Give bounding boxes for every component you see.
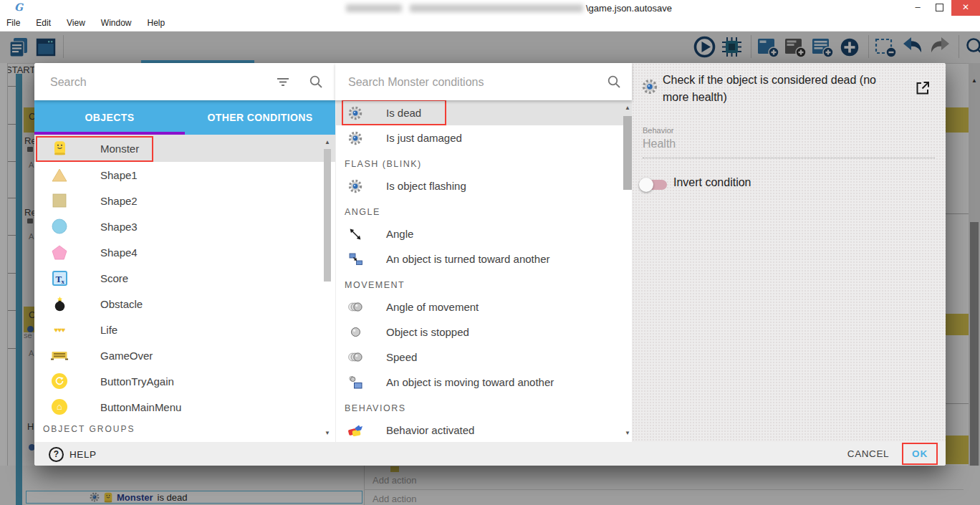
object-label: Score — [100, 272, 128, 284]
condition-details-panel: Check if the object is considered dead (… — [632, 63, 946, 442]
maximize-button[interactable] — [928, 0, 950, 16]
menu-view[interactable]: View — [59, 16, 93, 31]
triangle-icon — [50, 166, 69, 183]
condition-description: Check if the object is considered dead (… — [663, 72, 900, 106]
object-label: ButtonTryAgain — [100, 375, 174, 388]
condition-item-is-object-flashing[interactable]: Is object flashing — [336, 173, 633, 198]
maximize-icon — [936, 4, 943, 11]
objects-search-card — [34, 63, 335, 100]
help-icon: ? — [49, 447, 64, 462]
condition-item-an-object-is-turned-toward-another[interactable]: An object is turned toward another — [336, 246, 633, 271]
object-label: Shape3 — [100, 221, 138, 233]
condition-item-object-is-stopped[interactable]: Object is stopped — [336, 319, 633, 345]
condition-item-is-just-damaged[interactable]: Is just damaged — [336, 125, 633, 150]
ok-button[interactable]: OK — [902, 443, 938, 465]
tab-other-conditions[interactable]: OTHER CONDITIONS — [185, 100, 335, 135]
condition-item-behavior-activated[interactable]: Behavior activated — [336, 418, 633, 442]
object-item-shape1[interactable]: Shape1 — [34, 162, 335, 188]
cancel-button[interactable]: CANCEL — [840, 442, 897, 466]
tab-objects[interactable]: OBJECTS — [34, 100, 185, 135]
banner-icon — [50, 347, 69, 364]
health-gear-icon — [346, 178, 365, 195]
object-item-obstacle[interactable]: Obstacle — [34, 291, 335, 317]
condition-item-an-object-is-moving-toward-another[interactable]: An object is moving toward another — [336, 370, 633, 395]
close-button[interactable]: ✕ — [951, 0, 980, 16]
condition-group-header: MOVEMENT — [336, 271, 633, 294]
text-object-icon: Tx — [50, 269, 69, 287]
objects-list: MonsterShape1Shape2Shape3Shape4TxScoreOb… — [34, 135, 335, 442]
object-item-gameover[interactable]: GameOver — [34, 342, 335, 368]
health-gear-icon — [346, 130, 365, 147]
health-gear-icon — [642, 79, 658, 95]
object-item-shape4[interactable]: Shape4 — [34, 239, 335, 265]
scroll-down-arrow-icon[interactable]: ▼ — [623, 428, 633, 438]
behavior-icon — [346, 422, 365, 439]
object-item-shape3[interactable]: Shape3 — [34, 213, 335, 239]
menu-bar: FileEditViewWindowHelp — [0, 16, 980, 32]
left-panel-tabbar: OBJECTS OTHER CONDITIONS — [34, 100, 335, 135]
condition-label: Is just damaged — [386, 132, 462, 144]
objects-search-input[interactable] — [49, 72, 259, 93]
help-label: HELP — [69, 449, 97, 460]
menu-help[interactable]: Help — [140, 16, 173, 31]
behavior-field-label: Behavior — [643, 126, 673, 135]
window-title: \game.json.autosave — [586, 3, 672, 14]
object-label: Obstacle — [100, 298, 143, 310]
help-button[interactable]: ? HELP — [49, 446, 97, 463]
redacted-title-segment — [410, 4, 583, 12]
scroll-up-arrow-icon[interactable]: ▲ — [322, 138, 332, 148]
object-groups-header: OBJECT GROUPS — [34, 420, 335, 438]
object-item-buttontryagain[interactable]: ButtonTryAgain — [34, 368, 335, 394]
condition-item-speed[interactable]: Speed — [336, 345, 633, 370]
scrollbar-thumb[interactable] — [623, 116, 632, 190]
conditions-search-input[interactable] — [347, 72, 586, 93]
object-label: Monster — [100, 143, 139, 155]
object-label: Life — [100, 324, 117, 336]
condition-label: Angle of movement — [386, 301, 479, 313]
home-button-icon: ⌂ — [50, 398, 69, 415]
scroll-down-arrow-icon[interactable]: ▼ — [322, 428, 332, 438]
condition-item-angle-of-movement[interactable]: Angle of movement — [336, 294, 633, 319]
invert-condition-toggle[interactable] — [641, 180, 667, 190]
condition-group-header: FLASH (BLINK) — [336, 150, 633, 173]
menu-window[interactable]: Window — [93, 16, 140, 31]
svg-text:x: x — [61, 277, 64, 284]
object-label: ButtonMainMenu — [100, 401, 181, 413]
dialog-footer: ? HELP CANCEL OK — [34, 442, 946, 466]
scroll-up-arrow-icon[interactable]: ▲ — [623, 103, 633, 113]
condition-item-angle[interactable]: Angle — [336, 221, 633, 246]
object-label: Shape1 — [100, 169, 138, 181]
pentagon-icon — [50, 244, 69, 261]
open-in-new-icon[interactable] — [915, 80, 931, 96]
circle-icon — [50, 218, 69, 235]
object-item-shape2[interactable]: Shape2 — [34, 188, 335, 213]
search-icon[interactable] — [308, 74, 324, 90]
condition-editor-dialog: OBJECTS OTHER CONDITIONS MonsterShape1Sh… — [34, 63, 946, 466]
object-item-score[interactable]: TxScore — [34, 265, 335, 291]
square-icon — [50, 192, 69, 209]
condition-label: Angle — [386, 228, 413, 240]
condition-group-header: ANGLE — [336, 198, 633, 221]
behavior-field-value[interactable]: Health — [643, 138, 935, 158]
filter-icon[interactable] — [275, 74, 291, 90]
main-content: START CReAReAOseAH ▲ ▼ Add action Add ac… — [0, 31, 980, 505]
angle-icon — [346, 226, 365, 243]
hearts-icon: ♥♥♥ — [50, 321, 69, 338]
minimize-button[interactable]: – — [907, 0, 928, 16]
menu-file[interactable]: File — [0, 16, 28, 31]
turned-toward-icon — [346, 251, 365, 268]
condition-group-header: BEHAVIORS — [336, 395, 633, 418]
condition-label: Object is stopped — [386, 326, 469, 338]
scrollbar-thumb[interactable] — [324, 149, 331, 282]
search-icon[interactable] — [606, 74, 622, 90]
object-item-buttonmainmenu[interactable]: ⌂ButtonMainMenu — [34, 394, 335, 420]
invert-condition-label: Invert condition — [673, 176, 751, 189]
gdevelop-logo-icon: G — [14, 1, 23, 13]
menu-edit[interactable]: Edit — [28, 16, 59, 31]
condition-item-is-dead[interactable]: Is dead — [336, 100, 633, 125]
object-item-monster[interactable]: Monster — [34, 135, 335, 162]
title-bar: G \game.json.autosave – ✕ — [0, 0, 980, 16]
object-item-life[interactable]: ♥♥♥Life — [34, 317, 335, 342]
object-label: GameOver — [100, 350, 153, 362]
redacted-title-segment — [346, 4, 402, 12]
